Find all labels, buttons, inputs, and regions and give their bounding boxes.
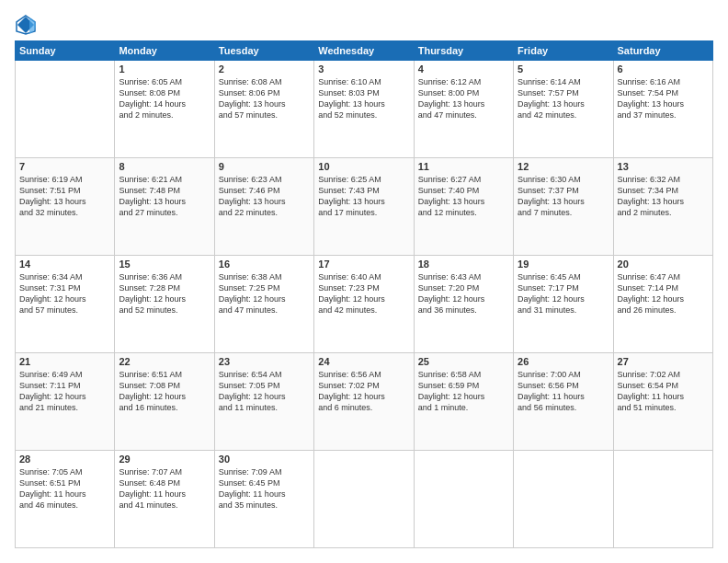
day-cell: 4Sunrise: 6:12 AM Sunset: 8:00 PM Daylig… bbox=[414, 61, 513, 158]
day-info: Sunrise: 6:23 AM Sunset: 7:46 PM Dayligh… bbox=[219, 174, 310, 219]
col-tuesday: Tuesday bbox=[214, 41, 313, 61]
day-cell: 2Sunrise: 6:08 AM Sunset: 8:06 PM Daylig… bbox=[214, 61, 313, 158]
day-info: Sunrise: 6:45 AM Sunset: 7:17 PM Dayligh… bbox=[518, 271, 609, 316]
day-cell: 14Sunrise: 6:34 AM Sunset: 7:31 PM Dayli… bbox=[16, 256, 115, 353]
day-info: Sunrise: 6:19 AM Sunset: 7:51 PM Dayligh… bbox=[19, 174, 110, 219]
day-info: Sunrise: 6:21 AM Sunset: 7:48 PM Dayligh… bbox=[119, 174, 210, 219]
day-cell: 22Sunrise: 6:51 AM Sunset: 7:08 PM Dayli… bbox=[115, 353, 214, 451]
day-info: Sunrise: 6:36 AM Sunset: 7:28 PM Dayligh… bbox=[119, 271, 210, 316]
calendar-header-row: Sunday Monday Tuesday Wednesday Thursday… bbox=[16, 41, 713, 61]
day-info: Sunrise: 6:47 AM Sunset: 7:14 PM Dayligh… bbox=[618, 271, 709, 316]
day-info: Sunrise: 6:12 AM Sunset: 8:00 PM Dayligh… bbox=[418, 76, 509, 121]
day-number: 14 bbox=[19, 259, 110, 270]
col-sunday: Sunday bbox=[16, 41, 115, 61]
day-number: 4 bbox=[418, 63, 509, 75]
day-cell: 18Sunrise: 6:43 AM Sunset: 7:20 PM Dayli… bbox=[414, 256, 513, 353]
day-info: Sunrise: 7:09 AM Sunset: 6:45 PM Dayligh… bbox=[219, 466, 310, 511]
logo bbox=[15, 15, 37, 31]
day-number: 21 bbox=[19, 356, 110, 367]
day-number: 2 bbox=[219, 63, 310, 75]
day-number: 1 bbox=[119, 63, 210, 75]
day-number: 26 bbox=[518, 356, 609, 367]
day-info: Sunrise: 7:00 AM Sunset: 6:56 PM Dayligh… bbox=[518, 369, 609, 414]
day-cell: 29Sunrise: 7:07 AM Sunset: 6:48 PM Dayli… bbox=[115, 451, 214, 548]
page: Sunday Monday Tuesday Wednesday Thursday… bbox=[0, 0, 728, 563]
day-cell: 7Sunrise: 6:19 AM Sunset: 7:51 PM Daylig… bbox=[16, 158, 115, 256]
day-cell bbox=[613, 451, 712, 548]
day-cell: 27Sunrise: 7:02 AM Sunset: 6:54 PM Dayli… bbox=[613, 353, 712, 451]
day-cell: 20Sunrise: 6:47 AM Sunset: 7:14 PM Dayli… bbox=[613, 256, 712, 353]
day-info: Sunrise: 7:02 AM Sunset: 6:54 PM Dayligh… bbox=[618, 369, 709, 414]
day-number: 25 bbox=[418, 356, 509, 367]
day-cell: 1Sunrise: 6:05 AM Sunset: 8:08 PM Daylig… bbox=[115, 61, 214, 158]
day-info: Sunrise: 6:43 AM Sunset: 7:20 PM Dayligh… bbox=[418, 271, 509, 316]
day-cell: 21Sunrise: 6:49 AM Sunset: 7:11 PM Dayli… bbox=[16, 353, 115, 451]
calendar: Sunday Monday Tuesday Wednesday Thursday… bbox=[15, 40, 713, 548]
day-info: Sunrise: 6:34 AM Sunset: 7:31 PM Dayligh… bbox=[19, 271, 110, 316]
day-info: Sunrise: 6:16 AM Sunset: 7:54 PM Dayligh… bbox=[618, 76, 709, 121]
day-info: Sunrise: 6:56 AM Sunset: 7:02 PM Dayligh… bbox=[318, 369, 409, 414]
day-cell: 15Sunrise: 6:36 AM Sunset: 7:28 PM Dayli… bbox=[115, 256, 214, 353]
header bbox=[15, 15, 713, 31]
day-info: Sunrise: 6:40 AM Sunset: 7:23 PM Dayligh… bbox=[318, 271, 409, 316]
day-info: Sunrise: 6:58 AM Sunset: 6:59 PM Dayligh… bbox=[418, 369, 509, 414]
week-row-5: 28Sunrise: 7:05 AM Sunset: 6:51 PM Dayli… bbox=[16, 451, 713, 548]
day-number: 29 bbox=[119, 454, 210, 465]
day-cell bbox=[514, 451, 613, 548]
day-cell: 25Sunrise: 6:58 AM Sunset: 6:59 PM Dayli… bbox=[414, 353, 513, 451]
day-number: 20 bbox=[618, 259, 709, 270]
day-number: 19 bbox=[518, 259, 609, 270]
day-number: 8 bbox=[119, 161, 210, 172]
day-cell bbox=[314, 451, 414, 548]
day-cell: 19Sunrise: 6:45 AM Sunset: 7:17 PM Dayli… bbox=[514, 256, 613, 353]
day-cell: 6Sunrise: 6:16 AM Sunset: 7:54 PM Daylig… bbox=[613, 61, 712, 158]
day-cell: 16Sunrise: 6:38 AM Sunset: 7:25 PM Dayli… bbox=[214, 256, 313, 353]
day-cell: 12Sunrise: 6:30 AM Sunset: 7:37 PM Dayli… bbox=[514, 158, 613, 256]
day-cell bbox=[16, 61, 115, 158]
day-cell bbox=[414, 451, 513, 548]
day-info: Sunrise: 6:08 AM Sunset: 8:06 PM Dayligh… bbox=[219, 76, 310, 121]
day-info: Sunrise: 6:54 AM Sunset: 7:05 PM Dayligh… bbox=[219, 369, 310, 414]
col-monday: Monday bbox=[115, 41, 214, 61]
day-number: 23 bbox=[219, 356, 310, 367]
day-info: Sunrise: 6:51 AM Sunset: 7:08 PM Dayligh… bbox=[119, 369, 210, 414]
day-number: 6 bbox=[618, 63, 709, 75]
day-info: Sunrise: 6:38 AM Sunset: 7:25 PM Dayligh… bbox=[219, 271, 310, 316]
day-info: Sunrise: 6:32 AM Sunset: 7:34 PM Dayligh… bbox=[618, 174, 709, 219]
day-cell: 8Sunrise: 6:21 AM Sunset: 7:48 PM Daylig… bbox=[115, 158, 214, 256]
day-number: 3 bbox=[318, 63, 409, 75]
day-number: 9 bbox=[219, 161, 310, 172]
day-info: Sunrise: 6:14 AM Sunset: 7:57 PM Dayligh… bbox=[518, 76, 609, 121]
day-number: 18 bbox=[418, 259, 509, 270]
day-info: Sunrise: 6:27 AM Sunset: 7:40 PM Dayligh… bbox=[418, 174, 509, 219]
day-cell: 3Sunrise: 6:10 AM Sunset: 8:03 PM Daylig… bbox=[314, 61, 414, 158]
day-info: Sunrise: 6:10 AM Sunset: 8:03 PM Dayligh… bbox=[318, 76, 409, 121]
col-friday: Friday bbox=[514, 41, 613, 61]
week-row-1: 1Sunrise: 6:05 AM Sunset: 8:08 PM Daylig… bbox=[16, 61, 713, 158]
day-info: Sunrise: 6:49 AM Sunset: 7:11 PM Dayligh… bbox=[19, 369, 110, 414]
day-info: Sunrise: 7:07 AM Sunset: 6:48 PM Dayligh… bbox=[119, 466, 210, 511]
day-number: 24 bbox=[318, 356, 409, 367]
day-cell: 9Sunrise: 6:23 AM Sunset: 7:46 PM Daylig… bbox=[214, 158, 313, 256]
day-cell: 13Sunrise: 6:32 AM Sunset: 7:34 PM Dayli… bbox=[613, 158, 712, 256]
day-number: 7 bbox=[19, 161, 110, 172]
week-row-2: 7Sunrise: 6:19 AM Sunset: 7:51 PM Daylig… bbox=[16, 158, 713, 256]
col-saturday: Saturday bbox=[613, 41, 712, 61]
day-cell: 10Sunrise: 6:25 AM Sunset: 7:43 PM Dayli… bbox=[314, 158, 414, 256]
col-wednesday: Wednesday bbox=[314, 41, 414, 61]
col-thursday: Thursday bbox=[414, 41, 513, 61]
day-cell: 23Sunrise: 6:54 AM Sunset: 7:05 PM Dayli… bbox=[214, 353, 313, 451]
day-number: 28 bbox=[19, 454, 110, 465]
day-cell: 28Sunrise: 7:05 AM Sunset: 6:51 PM Dayli… bbox=[16, 451, 115, 548]
day-info: Sunrise: 6:25 AM Sunset: 7:43 PM Dayligh… bbox=[318, 174, 409, 219]
week-row-4: 21Sunrise: 6:49 AM Sunset: 7:11 PM Dayli… bbox=[16, 353, 713, 451]
day-cell: 17Sunrise: 6:40 AM Sunset: 7:23 PM Dayli… bbox=[314, 256, 414, 353]
day-number: 15 bbox=[119, 259, 210, 270]
day-number: 5 bbox=[518, 63, 609, 75]
day-number: 17 bbox=[318, 259, 409, 270]
day-info: Sunrise: 6:30 AM Sunset: 7:37 PM Dayligh… bbox=[518, 174, 609, 219]
day-cell: 24Sunrise: 6:56 AM Sunset: 7:02 PM Dayli… bbox=[314, 353, 414, 451]
logo-icon bbox=[16, 15, 36, 35]
day-number: 16 bbox=[219, 259, 310, 270]
week-row-3: 14Sunrise: 6:34 AM Sunset: 7:31 PM Dayli… bbox=[16, 256, 713, 353]
